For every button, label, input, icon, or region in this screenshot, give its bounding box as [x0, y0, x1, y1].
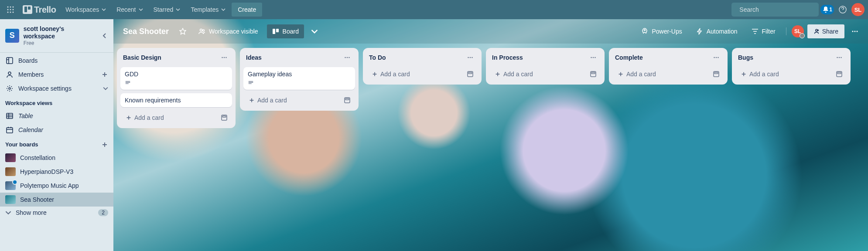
- nav-templates[interactable]: Templates: [186, 3, 230, 17]
- help-button[interactable]: [836, 3, 850, 17]
- list-menu-button[interactable]: [465, 52, 475, 63]
- list[interactable]: Complete Add a card: [609, 48, 728, 85]
- sidebar-board-hyperpiano[interactable]: HyperpianoDSP-V3: [0, 165, 113, 179]
- add-board-button[interactable]: [101, 141, 108, 148]
- star-button[interactable]: [176, 24, 190, 38]
- add-card-button[interactable]: Add a card: [615, 69, 708, 79]
- user-avatar[interactable]: SL: [851, 3, 865, 16]
- sidebar-item-boards[interactable]: Boards: [0, 54, 113, 68]
- sidebar-view-calendar[interactable]: Calendar: [0, 123, 113, 137]
- add-card-button[interactable]: Add a card: [492, 69, 585, 79]
- add-card-button[interactable]: Add a card: [246, 95, 339, 105]
- workspace-initial: S: [10, 31, 15, 40]
- sidebar-board-sea-shooter[interactable]: Sea Shooter: [0, 193, 113, 207]
- lists-container[interactable]: Basic Design GDDKnown requirements Add a…: [113, 44, 868, 251]
- sidebar-board-polytempo[interactable]: Polytempo Music App: [0, 179, 113, 193]
- svg-point-50: [837, 57, 838, 58]
- list-title[interactable]: To Do: [369, 54, 386, 61]
- list-title[interactable]: Bugs: [738, 54, 753, 61]
- member-avatar[interactable]: SL: [792, 25, 804, 37]
- search-field[interactable]: [739, 6, 816, 13]
- svg-rect-34: [345, 98, 349, 100]
- card-template-button[interactable]: [342, 95, 352, 105]
- svg-point-46: [716, 57, 717, 58]
- list[interactable]: Bugs Add a card: [732, 48, 851, 85]
- board-view-icon: [272, 28, 279, 35]
- card[interactable]: GDD: [120, 67, 232, 90]
- board-thumbnail-icon: [5, 153, 16, 162]
- heading-label: Workspace views: [5, 100, 52, 106]
- list-menu-button[interactable]: [588, 52, 598, 63]
- list[interactable]: In Process Add a card: [486, 48, 605, 85]
- sidebar-item-members[interactable]: Members: [0, 68, 113, 81]
- sidebar-view-table[interactable]: Table: [0, 109, 113, 123]
- svg-rect-39: [468, 72, 472, 74]
- list-title[interactable]: Basic Design: [123, 54, 161, 61]
- list-title[interactable]: Ideas: [246, 54, 262, 61]
- show-more-button[interactable]: Show more 2: [0, 207, 113, 219]
- workspace-header[interactable]: S scott looney's workspace Free: [0, 24, 113, 51]
- search-input[interactable]: [731, 3, 819, 17]
- dots-icon: [221, 54, 228, 61]
- list-menu-button[interactable]: [342, 52, 352, 63]
- list[interactable]: To Do Add a card: [363, 48, 482, 85]
- board-title[interactable]: Sea Shooter: [120, 27, 172, 36]
- board-name: Constellation: [20, 154, 55, 161]
- svg-point-40: [591, 57, 592, 58]
- automation-button[interactable]: Automation: [691, 24, 743, 38]
- logo[interactable]: Trello: [19, 5, 59, 15]
- list-menu-button[interactable]: [834, 52, 844, 63]
- sidebar-board-constellation[interactable]: Constellation: [0, 151, 113, 165]
- board-menu-button[interactable]: [848, 24, 862, 38]
- card[interactable]: Gameplay ideas: [243, 67, 355, 90]
- nav-starred[interactable]: Starred: [149, 3, 185, 17]
- template-icon: [221, 114, 228, 121]
- add-card-button[interactable]: Add a card: [369, 69, 462, 79]
- chevron-down-icon: [221, 7, 226, 12]
- nav-recent[interactable]: Recent: [112, 3, 147, 17]
- svg-rect-11: [7, 58, 13, 64]
- card-template-button[interactable]: [834, 69, 844, 79]
- list-footer: Add a card: [735, 67, 847, 81]
- list-menu-button[interactable]: [711, 52, 721, 63]
- show-more-label: Show more: [16, 209, 47, 216]
- dots-icon: [836, 54, 843, 61]
- card-template-button[interactable]: [711, 69, 721, 79]
- svg-rect-49: [714, 72, 718, 74]
- board-view-button[interactable]: Board: [267, 24, 304, 38]
- list-footer: Add a card: [612, 67, 724, 81]
- add-card-button[interactable]: Add a card: [738, 69, 831, 79]
- nav-label: Workspaces: [65, 6, 99, 13]
- card-template-button[interactable]: [588, 69, 598, 79]
- power-ups-button[interactable]: Power-Ups: [636, 24, 687, 38]
- button-label: Automation: [707, 28, 738, 35]
- list-menu-button[interactable]: [219, 52, 229, 63]
- notification-button[interactable]: 1: [820, 5, 834, 14]
- add-card-label: Add a card: [749, 71, 779, 78]
- add-card-button[interactable]: Add a card: [123, 112, 216, 123]
- workspace-visible-button[interactable]: Workspace visible: [193, 24, 263, 38]
- card-template-button[interactable]: [219, 112, 229, 123]
- chevron-down-icon: [176, 7, 180, 12]
- list-title[interactable]: Complete: [615, 54, 643, 61]
- svg-point-42: [595, 57, 596, 58]
- svg-point-37: [472, 57, 473, 58]
- logo-mark-icon: [23, 5, 32, 14]
- nav-workspaces[interactable]: Workspaces: [61, 3, 110, 17]
- list-header: Basic Design: [120, 51, 232, 64]
- create-button[interactable]: Create: [232, 3, 262, 17]
- add-member-button[interactable]: [101, 71, 108, 78]
- customize-views-button[interactable]: [308, 24, 321, 38]
- board-name: Polytempo Music App: [20, 182, 79, 189]
- share-button[interactable]: Share: [807, 24, 844, 38]
- list-title[interactable]: In Process: [492, 54, 523, 61]
- apps-grid-icon[interactable]: [3, 3, 17, 17]
- sidebar-item-settings[interactable]: Workspace settings: [0, 81, 113, 95]
- collapse-sidebar-button[interactable]: [101, 32, 108, 39]
- card-template-button[interactable]: [465, 69, 475, 79]
- card[interactable]: Known requirements: [120, 93, 232, 107]
- filter-button[interactable]: Filter: [746, 24, 781, 38]
- svg-point-17: [203, 30, 205, 31]
- list[interactable]: Ideas Gameplay ideas Add a card: [240, 48, 359, 111]
- list[interactable]: Basic Design GDDKnown requirements Add a…: [117, 48, 236, 128]
